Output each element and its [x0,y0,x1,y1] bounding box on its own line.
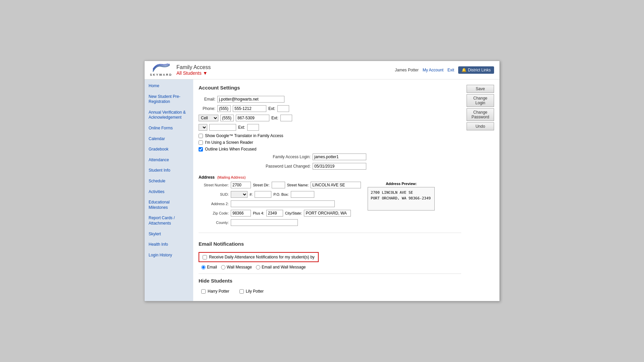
sidebar-item-new-student[interactable]: New Student Pre-Registration [145,92,193,107]
cell-number-input[interactable] [236,115,269,121]
family-access-login-label: Family Access Login: [267,155,311,159]
county-label: County: [199,221,229,225]
attendance-notification-box: Receive Daily Attendance Notifications f… [199,252,319,262]
sidebar-item-calendar[interactable]: Calendar [145,134,193,144]
exit-link[interactable]: Exit [447,68,454,72]
sidebar-item-schedule[interactable]: Schedule [145,176,193,187]
phone-row: Phone: Ext: [199,105,461,112]
ext-label-2: Ext: [271,116,278,120]
sud-label: SUD: [199,192,229,196]
sidebar-item-annual-verification[interactable]: Annual Verification & Acknowledgement [145,107,193,123]
po-box-input[interactable] [291,191,314,198]
app-title: Family Access [176,64,211,70]
cell-area-input[interactable] [220,115,234,121]
address-left-form: Street Number: Street Dir: Street Name: [199,182,361,229]
password-changed-input[interactable] [313,163,366,170]
dropdown-icon: ▼ [203,70,208,76]
sidebar-item-login-history[interactable]: Login History [145,250,193,261]
hash-label: #: [250,192,253,196]
email-notifications-section: Email Notifications Receive Daily Attend… [199,238,461,269]
county-input[interactable] [231,219,298,226]
sud-row: SUD: #: P.O. Box: [199,191,361,198]
attendance-notification-checkbox[interactable] [203,255,207,259]
screen-reader-row: I'm Using a Screen Reader [199,140,461,145]
all-students-label: All Students [176,70,202,76]
phone-label: Phone: [199,106,215,111]
harry-potter-row: Harry Potter [201,289,229,294]
address-preview-line2: PORT ORCHARD, WA 98366-2349 [371,196,431,200]
skyward-logo: SKYWARD [150,64,172,76]
my-account-link[interactable]: My Account [423,68,443,72]
email-and-wall-radio-label: Email and Wall Message [262,265,306,269]
city-state-input[interactable] [304,210,351,217]
phone-number-input[interactable] [233,105,266,112]
outline-links-checkbox[interactable] [199,147,203,152]
mailing-address-label: (Mailing Address) [217,175,246,179]
sidebar-item-health-info[interactable]: Health Info [145,239,193,250]
email-radio-label: Email [207,265,217,269]
section-divider-1 [199,233,461,233]
screen-reader-label: I'm Using a Screen Reader [205,140,253,145]
email-radio[interactable] [201,265,206,269]
sidebar-item-home[interactable]: Home [145,81,193,92]
wall-message-radio-label: Wall Message [227,265,252,269]
save-button[interactable]: Save [467,85,494,93]
county-row: County: [199,219,361,226]
street-dir-label: Street Dir: [253,183,270,187]
screen-reader-checkbox[interactable] [199,140,203,145]
extra-phone-input[interactable] [209,124,236,131]
ext-label-3: Ext: [238,125,245,130]
ext-label-1: Ext: [268,106,275,111]
address-title: Address [199,175,215,180]
change-login-button[interactable]: Change Login [467,94,494,107]
cell-ext-input[interactable] [280,115,292,121]
street-name-input[interactable] [311,182,361,188]
sidebar-item-gradebook[interactable]: Gradebook [145,144,193,155]
wall-message-radio[interactable] [221,265,225,269]
family-access-login-input[interactable] [313,154,366,160]
lily-potter-label: Lily Potter [246,289,264,294]
phone-type-select[interactable]: Cell Home Work [199,115,218,121]
lily-potter-checkbox[interactable] [239,289,244,294]
address2-input[interactable] [231,200,335,207]
all-students-button[interactable]: All Students ▼ [176,70,211,76]
street-number-input[interactable] [231,182,251,188]
harry-potter-checkbox[interactable] [201,289,206,294]
email-and-wall-radio[interactable] [256,265,260,269]
sidebar-item-attendance[interactable]: Attendance [145,155,193,166]
street-dir-input[interactable] [272,182,285,188]
phone-area-input[interactable] [217,105,231,112]
sidebar: Home New Student Pre-Registration Annual… [145,79,193,301]
content-area: Account Settings Email: Phone: Ext: [193,79,499,301]
hide-students-title: Hide Students [199,278,461,285]
address-header: Address (Mailing Address) [199,175,461,180]
family-login-row: Family Access Login: [199,154,366,160]
email-input[interactable] [217,96,284,103]
address-preview-label: Address Preview: [368,182,435,186]
zip-code-input[interactable] [231,210,251,217]
sidebar-item-report-cards[interactable]: Report Cards / Attachments [145,213,193,229]
address-preview-area: Address Preview: 2700 LINCOLN AVE SE POR… [368,182,435,229]
sidebar-item-educational-milestones[interactable]: Educational Milestones [145,197,193,213]
hash-input[interactable] [255,191,271,198]
plus4-input[interactable] [266,210,283,217]
sidebar-item-student-info[interactable]: Student Info [145,165,193,176]
sidebar-item-activities[interactable]: Activities [145,187,193,197]
phone-ext-input[interactable] [277,105,289,112]
header-left: SKYWARD Family Access All Students ▼ [150,64,211,76]
form-content: Account Settings Email: Phone: Ext: [199,85,461,296]
sidebar-item-online-forms[interactable]: Online Forms [145,123,193,134]
change-password-button[interactable]: Change Password [467,108,494,121]
street-name-label: Street Name: [287,183,309,187]
extra-phone-type-select[interactable] [199,124,207,131]
district-links-button[interactable]: 🔔 District Links [458,66,494,74]
google-translator-checkbox[interactable] [199,134,203,138]
password-changed-row: Password Last Changed: [199,163,366,170]
zip-row: Zip Code: Plus 4: City/State: [199,210,361,217]
sud-select[interactable] [231,191,248,198]
extra-ext-input[interactable] [247,124,259,131]
wall-message-radio-option: Wall Message [221,265,252,269]
sidebar-item-skylert[interactable]: Skylert [145,229,193,240]
undo-button[interactable]: Undo [467,122,494,130]
main-layout: Home New Student Pre-Registration Annual… [145,79,499,301]
